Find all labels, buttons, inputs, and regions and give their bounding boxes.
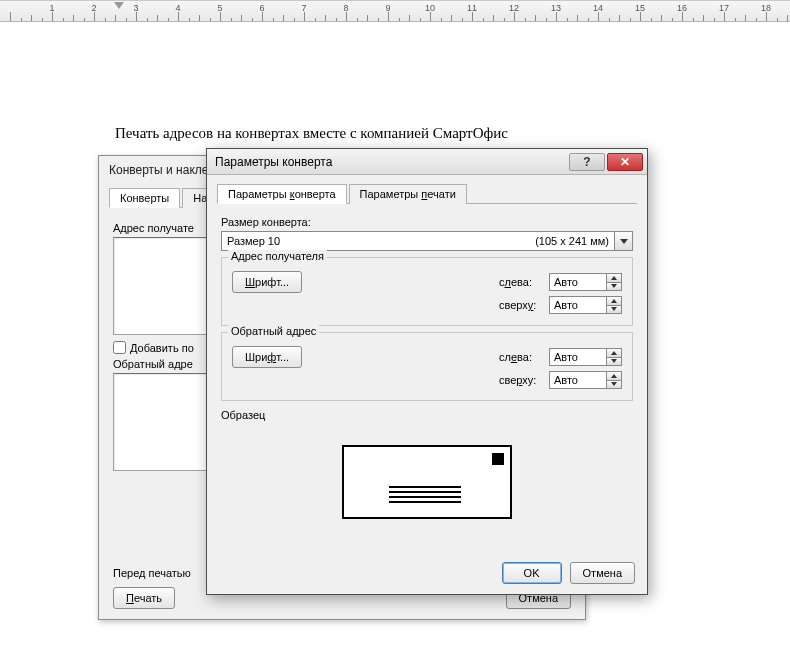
return-left-input[interactable] — [549, 348, 607, 366]
group-legend: Обратный адрес — [228, 325, 319, 337]
spin-up-icon[interactable] — [607, 348, 622, 357]
dialog-title: Параметры конверта — [215, 155, 332, 169]
tab-envelopes[interactable]: Конверты — [109, 188, 180, 208]
recipient-top-spinner[interactable] — [549, 296, 622, 314]
spin-down-icon[interactable] — [607, 282, 622, 292]
document-heading: Печать адресов на конвертах вместе с ком… — [115, 125, 508, 142]
tab-envelope-params[interactable]: Параметры конверта — [217, 184, 347, 204]
spin-down-icon[interactable] — [607, 380, 622, 390]
tab-print-params[interactable]: Параметры печати — [349, 184, 467, 204]
spin-up-icon[interactable] — [607, 273, 622, 282]
add-electronic-label: Добавить по — [130, 342, 194, 354]
cancel-button[interactable]: Отмена — [570, 562, 635, 584]
spin-down-icon[interactable] — [607, 305, 622, 315]
top-label: сверху: — [499, 374, 549, 386]
spin-up-icon[interactable] — [607, 296, 622, 305]
return-address-group: Обратный адрес Шрифт... слева: сверху: — [221, 332, 633, 401]
recipient-address-group: Адрес получателя Шрифт... слева: сверху: — [221, 257, 633, 326]
help-button[interactable]: ? — [569, 153, 605, 171]
envelope-size-name: Размер 10 — [227, 235, 535, 247]
titlebar[interactable]: Параметры конверта ? ✕ — [207, 149, 647, 175]
spin-up-icon[interactable] — [607, 371, 622, 380]
chevron-down-icon[interactable] — [615, 231, 633, 251]
preview-label: Образец — [221, 409, 633, 421]
recipient-top-input[interactable] — [549, 296, 607, 314]
envelope-options-dialog: Параметры конверта ? ✕ Параметры конверт… — [206, 148, 648, 595]
top-label: сверху: — [499, 299, 549, 311]
envelope-size-label: Размер конверта: — [221, 216, 633, 228]
return-font-button[interactable]: Шрифт... — [232, 346, 302, 368]
return-top-input[interactable] — [549, 371, 607, 389]
ruler: 123456789101112131415161718 — [0, 0, 790, 22]
left-label: слева: — [499, 276, 549, 288]
recipient-left-spinner[interactable] — [549, 273, 622, 291]
spin-down-icon[interactable] — [607, 357, 622, 367]
close-button[interactable]: ✕ — [607, 153, 643, 171]
group-legend: Адрес получателя — [228, 250, 327, 262]
return-top-spinner[interactable] — [549, 371, 622, 389]
ok-button[interactable]: OK — [502, 562, 562, 584]
envelope-preview — [342, 445, 512, 519]
envelope-size-dims: (105 x 241 мм) — [535, 235, 609, 247]
recipient-font-button[interactable]: Шрифт... — [232, 271, 302, 293]
stamp-icon — [492, 453, 504, 465]
add-electronic-check[interactable] — [113, 341, 126, 354]
print-button[interactable]: Печать — [113, 587, 175, 609]
recipient-left-input[interactable] — [549, 273, 607, 291]
left-label: слева: — [499, 351, 549, 363]
address-lines-icon — [389, 483, 461, 506]
return-left-spinner[interactable] — [549, 348, 622, 366]
envelope-size-select[interactable]: Размер 10 (105 x 241 мм) — [221, 231, 633, 251]
